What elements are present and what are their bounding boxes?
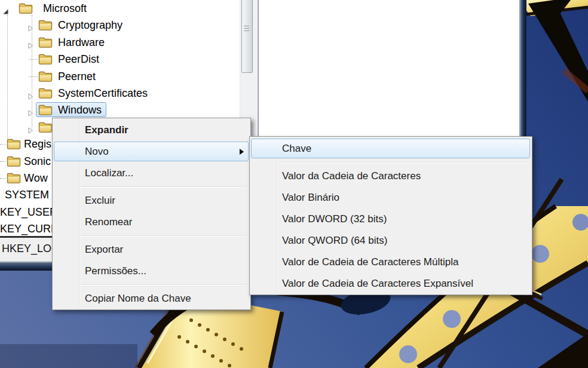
menu-item-label: Localizar... xyxy=(85,167,133,179)
tree-connector-stub xyxy=(0,144,6,145)
menu-item-valor-dword-32-bits[interactable]: Valor DWORD (32 bits) xyxy=(250,208,532,230)
menu-item-chave[interactable]: Chave xyxy=(250,138,532,160)
tree-item-label: Cryptography xyxy=(58,19,122,32)
tree-connector-line xyxy=(7,15,8,139)
tree-item-label: Microsoft xyxy=(43,2,87,15)
collapsed-triangle-icon[interactable] xyxy=(27,22,34,29)
menu-separator xyxy=(277,160,528,165)
folder-icon xyxy=(7,155,21,167)
menu-item-label: Copiar Nome da Chave xyxy=(85,293,191,304)
menu-highlight xyxy=(54,142,249,161)
tree-item-label: Windows xyxy=(58,104,102,116)
screenshot-stage: MicrosoftCryptographyHardwarePeerDistPee… xyxy=(0,0,588,368)
menu-item-exportar[interactable]: Exportar xyxy=(53,239,250,260)
menu-separator xyxy=(80,282,247,288)
tree-item-label: Regis xyxy=(24,138,51,151)
collapsed-triangle-icon[interactable] xyxy=(27,90,34,97)
menu-item-label: Expandir xyxy=(85,124,128,136)
collapsed-triangle-icon[interactable] xyxy=(27,124,34,131)
menu-item-expandir[interactable]: Expandir xyxy=(53,119,250,141)
menu-item-label: Permissões... xyxy=(85,265,146,277)
menu-item-valor-de-cadeia-de-caracteres-multipla[interactable]: Valor de Cadeia de Caracteres Múltipla xyxy=(250,252,532,273)
menu-item-label: Valor Binário xyxy=(282,192,339,203)
menu-item-label: Exportar xyxy=(85,244,123,255)
submenu-arrow-icon xyxy=(240,149,244,155)
menu-item-label: Valor QWORD (64 bits) xyxy=(282,235,387,246)
folder-icon xyxy=(38,87,53,99)
folder-icon xyxy=(7,172,21,184)
menu-item-excluir[interactable]: Excluir xyxy=(53,190,250,211)
folder-icon xyxy=(7,138,21,150)
expanded-triangle-icon[interactable] xyxy=(2,5,9,12)
tree-item-label: SystemCertificates xyxy=(58,87,148,100)
tree-item-label: Sonic xyxy=(24,155,51,168)
tree-item-label: SYSTEM xyxy=(5,189,49,201)
tree-context-menu: ExpandirNovoLocalizar...ExcluirRenomearE… xyxy=(52,118,251,310)
folder-icon xyxy=(38,121,53,133)
collapsed-triangle-icon[interactable] xyxy=(27,39,34,46)
menu-item-label: Valor da Cadeia de Caracteres xyxy=(282,170,421,182)
menu-item-label: Valor DWORD (32 bits) xyxy=(282,213,387,225)
menu-item-valor-de-cadeia-de-caracteres-expansivel[interactable]: Valor de Cadeia de Caracteres Expansível xyxy=(250,273,532,295)
tree-connector-stub xyxy=(29,59,38,60)
menu-item-valor-qword-64-bits[interactable]: Valor QWORD (64 bits) xyxy=(250,230,532,252)
menu-item-copiar-nome-da-chave[interactable]: Copiar Nome da Chave xyxy=(53,288,250,309)
menu-item-valor-da-cadeia-de-caracteres[interactable]: Valor da Cadeia de Caracteres xyxy=(250,165,532,187)
status-bar-path: HKEY_LOC xyxy=(2,243,59,255)
menu-item-label: Novo xyxy=(85,146,109,157)
tree-item-label: Hardware xyxy=(58,36,105,49)
menu-item-novo[interactable]: Novo xyxy=(53,141,250,162)
menu-separator xyxy=(80,233,247,239)
tree-item-label: Wow xyxy=(24,172,48,185)
new-value-submenu: ChaveValor da Cadeia de CaracteresValor … xyxy=(249,136,532,295)
folder-icon xyxy=(38,104,53,116)
menu-item-label: Chave xyxy=(282,143,311,154)
tree-item-label: KEY_CURR xyxy=(0,223,59,235)
menu-item-label: Renomear xyxy=(85,216,132,228)
folder-icon xyxy=(38,19,53,31)
menu-item-renomear[interactable]: Renomear xyxy=(53,211,250,233)
menu-item-localizar[interactable]: Localizar... xyxy=(53,162,250,184)
folder-icon xyxy=(38,70,53,82)
tree-item-label: Peernet xyxy=(58,70,96,83)
tree-connector-stub xyxy=(0,161,6,162)
menu-item-label: Valor de Cadeia de Caracteres Expansível xyxy=(282,278,473,289)
folder-icon xyxy=(19,2,33,14)
tree-item-label: PeerDist xyxy=(58,53,99,66)
collapsed-triangle-icon[interactable] xyxy=(27,107,34,114)
scrollbar-thumb[interactable] xyxy=(241,0,253,73)
tree-connector-stub xyxy=(29,76,38,78)
menu-item-permissoes[interactable]: Permissões... xyxy=(53,260,250,282)
tree-connector-stub xyxy=(0,178,6,179)
menu-item-label: Excluir xyxy=(85,195,115,206)
folder-icon xyxy=(38,36,53,48)
folder-icon xyxy=(38,53,53,65)
menu-item-label: Valor de Cadeia de Caracteres Múltipla xyxy=(282,256,458,268)
menu-separator xyxy=(80,184,247,190)
menu-item-valor-binario[interactable]: Valor Binário xyxy=(250,187,532,208)
